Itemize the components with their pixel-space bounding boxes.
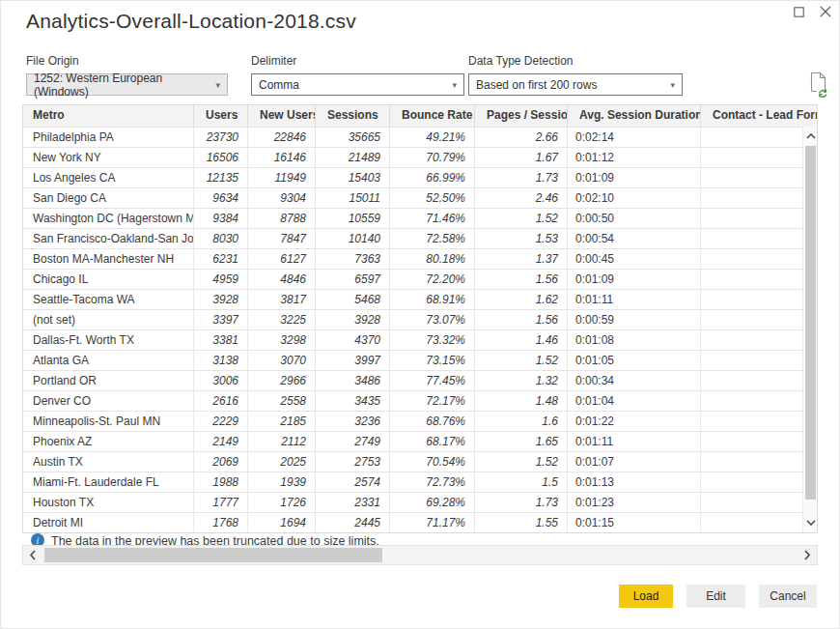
table-cell: New York NY — [23, 148, 194, 167]
table-row[interactable]: Houston TX17771726233169.28%1.730:01:23 — [23, 492, 817, 512]
horizontal-scroll-thumb[interactable] — [44, 548, 382, 562]
delimiter-label: Delimiter — [251, 54, 464, 68]
table-row[interactable]: Detroit MI17681694244571.17%1.550:01:15 — [23, 512, 817, 532]
table-cell: 68.17% — [390, 432, 475, 451]
table-cell: Boston MA-Manchester NH — [23, 249, 194, 269]
table-body: Philadelphia PA23730228463566549.21%2.66… — [23, 127, 817, 532]
load-button[interactable]: Load — [619, 585, 673, 608]
column-header[interactable]: Users — [194, 105, 248, 127]
table-cell — [701, 188, 817, 208]
table-cell — [701, 391, 817, 411]
table-cell: 23730 — [194, 128, 248, 147]
data-type-detection-dropdown[interactable]: Based on first 200 rows ▾ — [468, 73, 683, 96]
table-cell: 16146 — [248, 148, 316, 167]
table-cell: 1.73 — [475, 493, 568, 512]
table-row[interactable]: (not set)33973225392873.07%1.560:00:59 — [23, 309, 817, 329]
table-cell: 1.37 — [475, 249, 568, 269]
column-header[interactable]: Pages / Session — [475, 105, 568, 127]
delimiter-value: Comma — [259, 78, 299, 92]
horizontal-scrollbar[interactable] — [22, 545, 818, 565]
table-row[interactable]: Denver CO26162558343572.17%1.480:01:04 — [23, 390, 817, 411]
table-row[interactable]: Miami-Ft. Lauderdale FL19881939257472.73… — [23, 472, 817, 492]
maximize-button[interactable] — [791, 4, 806, 19]
table-cell: 2558 — [248, 391, 316, 411]
delimiter-dropdown[interactable]: Comma ▾ — [251, 73, 464, 96]
table-cell: 0:01:09 — [568, 168, 701, 187]
table-cell: 2574 — [316, 472, 390, 492]
table-row[interactable]: Minneapolis-St. Paul MN22292185323668.76… — [23, 411, 817, 431]
table-cell — [701, 249, 817, 269]
table-row[interactable]: Philadelphia PA23730228463566549.21%2.66… — [23, 127, 817, 147]
table-cell: 6127 — [248, 249, 316, 269]
table-cell: 7847 — [248, 229, 316, 248]
column-header[interactable]: Bounce Rate — [390, 105, 475, 127]
table-cell: 0:01:12 — [568, 148, 701, 167]
table-cell: 2185 — [248, 412, 316, 431]
table-cell: Phoenix AZ — [23, 432, 194, 451]
vertical-scrollbar[interactable] — [802, 127, 817, 532]
scroll-down-button[interactable] — [803, 515, 818, 530]
table-row[interactable]: Chicago IL49594846659772.20%1.560:01:09 — [23, 269, 817, 289]
table-cell: San Diego CA — [23, 188, 194, 208]
table-row[interactable]: New York NY16506161462148970.79%1.670:01… — [23, 147, 817, 167]
table-row[interactable]: Austin TX20692025275370.54%1.520:01:07 — [23, 451, 817, 472]
page-title: Analytics-Overall-Location-2018.csv — [26, 10, 356, 33]
table-cell: 2753 — [316, 452, 390, 472]
close-button[interactable] — [818, 4, 833, 19]
file-origin-dropdown[interactable]: 1252: Western European (Windows) ▾ — [26, 73, 228, 96]
csv-import-dialog: { "window": { "title": "Analytics-Overal… — [0, 0, 840, 629]
chevron-down-icon: ▾ — [215, 80, 220, 90]
column-header[interactable]: Metro — [23, 105, 194, 127]
column-header[interactable]: New Users — [248, 105, 316, 127]
table-cell — [701, 412, 817, 431]
table-row[interactable]: Seattle-Tacoma WA39283817546868.91%1.620… — [23, 289, 817, 309]
table-cell: 1.52 — [475, 452, 568, 472]
table-cell: 9384 — [194, 209, 248, 228]
scroll-up-button[interactable] — [803, 129, 818, 144]
edit-button[interactable]: Edit — [686, 585, 745, 608]
table-cell — [701, 209, 817, 228]
table-row[interactable]: Washington DC (Hagerstown MD)93848788105… — [23, 208, 817, 228]
table-cell: 1768 — [194, 513, 248, 532]
table-cell: 2.46 — [475, 188, 568, 208]
chevron-left-icon — [29, 550, 37, 560]
table-cell: 9634 — [194, 188, 248, 208]
table-cell: 1.73 — [475, 168, 568, 187]
table-cell: 9304 — [248, 188, 316, 208]
table-cell: 3435 — [316, 391, 390, 411]
table-cell — [701, 432, 817, 451]
table-cell — [701, 351, 817, 370]
table-cell: 0:01:15 — [568, 513, 701, 532]
table-row[interactable]: Los Angeles CA12135119491540366.99%1.730… — [23, 167, 817, 187]
file-refresh-icon — [808, 71, 829, 98]
table-cell: 69.28% — [390, 493, 475, 512]
table-cell: 49.21% — [390, 128, 475, 147]
vertical-scroll-thumb[interactable] — [805, 146, 816, 500]
table-row[interactable]: Atlanta GA31383070399773.15%1.520:01:05 — [23, 350, 817, 370]
refresh-preview-button[interactable] — [808, 71, 829, 98]
table-cell: 11949 — [248, 168, 316, 187]
column-header[interactable]: Contact - Lead Forn — [701, 105, 817, 127]
table-cell: 6231 — [194, 249, 248, 269]
column-header[interactable]: Avg. Session Duration — [568, 105, 701, 127]
table-row[interactable]: San Diego CA963493041501152.50%2.460:02:… — [23, 187, 817, 208]
table-cell: 52.50% — [390, 188, 475, 208]
table-cell: 10559 — [316, 209, 390, 228]
table-cell: 0:00:54 — [568, 229, 701, 248]
table-row[interactable]: San Francisco-Oakland-San Jose CA8030784… — [23, 228, 817, 248]
table-row[interactable]: Portland OR30062966348677.45%1.320:00:34 — [23, 370, 817, 390]
table-row[interactable]: Phoenix AZ21492112274968.17%1.650:01:11 — [23, 431, 817, 451]
table-cell: 0:01:13 — [568, 472, 701, 492]
table-cell: Washington DC (Hagerstown MD) — [23, 209, 194, 228]
column-header[interactable]: Sessions — [316, 105, 390, 127]
table-row[interactable]: Boston MA-Manchester NH62316127736380.18… — [23, 248, 817, 269]
scroll-right-button[interactable] — [798, 546, 816, 564]
table-cell: 1726 — [248, 493, 316, 512]
scroll-left-button[interactable] — [24, 546, 42, 564]
table-cell: 1.6 — [475, 412, 568, 431]
chevron-down-icon — [806, 519, 816, 527]
table-row[interactable]: Dallas-Ft. Worth TX33813298437073.32%1.4… — [23, 329, 817, 350]
table-cell: 1.65 — [475, 432, 568, 451]
table-cell: 2149 — [194, 432, 248, 451]
cancel-button[interactable]: Cancel — [759, 585, 817, 608]
